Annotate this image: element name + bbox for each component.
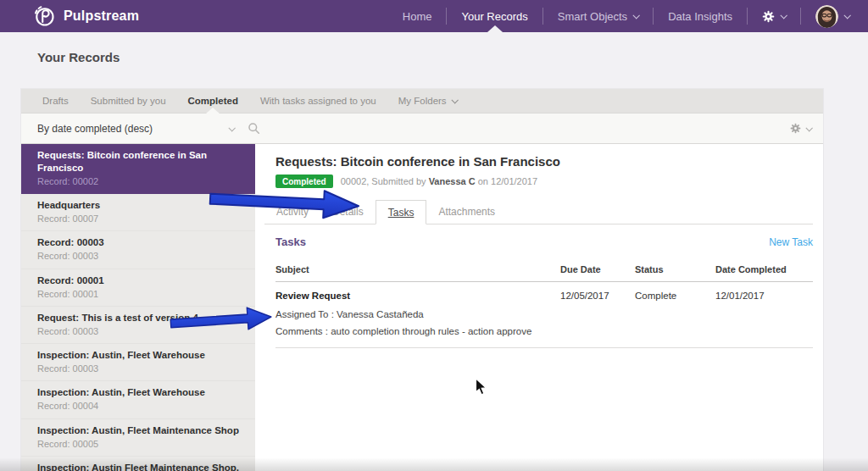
record-item-number: Record: 00003 (37, 250, 245, 262)
pulpstream-logo-icon (32, 4, 56, 28)
main-nav: HomeYour RecordsSmart ObjectsData Insigh… (388, 0, 868, 32)
nav-item-label: Your Records (461, 10, 527, 23)
record-item-title: Headquarters (37, 199, 245, 212)
list-item[interactable]: Inspection: Austin, Fleet Maintenance Sh… (21, 419, 255, 457)
tab-drafts[interactable]: Drafts (31, 89, 80, 113)
sort-dropdown[interactable]: By date completed (desc) (37, 123, 234, 135)
settings-menu[interactable] (748, 0, 800, 32)
submitter-name: Vanessa C (429, 176, 476, 186)
list-item[interactable]: Inspection: Austin, Fleet WarehouseRecor… (21, 344, 255, 381)
chevron-down-icon (780, 12, 787, 19)
search-icon[interactable] (248, 122, 260, 135)
record-item-title: Requests: Bitcoin conference in San Fran… (37, 149, 245, 175)
record-item-title: Inspection: Austin, Fleet Maintenance Sh… (37, 424, 245, 437)
list-item[interactable]: Record: 00001Record: 00001 (21, 269, 255, 307)
record-item-number: Record: 00007 (37, 213, 245, 224)
nav-item-data-insights[interactable]: Data Insights (654, 0, 747, 32)
task-subject: Review Request (275, 291, 560, 301)
tab-label: My Folders (398, 96, 447, 106)
nav-item-your-records[interactable]: Your Records (447, 0, 542, 32)
nav-item-label: Home (403, 10, 432, 23)
record-item-title: Inspection: Austin, Fleet Warehouse (37, 386, 245, 399)
column-date-completed: Date Completed (715, 264, 813, 274)
task-row[interactable]: Review Request12/05/2017Complete12/01/20… (275, 282, 813, 302)
nav-item-label: Smart Objects (558, 10, 627, 23)
column-status: Status (635, 264, 715, 274)
detail-tab-attachments[interactable]: Attachments (426, 200, 507, 224)
record-meta: 00002, Submitted by Vanessa C on 12/01/2… (341, 176, 537, 186)
gear-icon (762, 10, 775, 23)
tab-label: Submitted by you (91, 96, 166, 106)
task-date-completed: 12/01/2017 (715, 291, 813, 301)
tab-label: With tasks assigned to you (260, 96, 376, 106)
record-item-title: Record: 00003 (37, 236, 245, 249)
task-assigned-to: Assigned To : Vanessa Castañeda (275, 302, 813, 319)
status-badge: Completed (275, 175, 333, 188)
record-item-number: Record: 00003 (37, 363, 245, 374)
column-subject: Subject (275, 264, 560, 274)
chevron-down-icon (843, 12, 850, 19)
record-item-title: Request: This is a test of version 4. (37, 312, 245, 324)
tab-submitted-by-you[interactable]: Submitted by you (80, 89, 177, 113)
tab-label: Drafts (42, 96, 69, 106)
user-menu[interactable] (801, 0, 868, 32)
chevron-down-icon (633, 12, 640, 19)
list-toolbar: By date completed (desc) (21, 114, 823, 144)
tab-my-folders[interactable]: My Folders (387, 89, 468, 113)
record-item-title: Inspection: Austin Fleet Maintenance Sho… (37, 462, 245, 471)
nav-item-smart-objects[interactable]: Smart Objects (543, 0, 653, 32)
list-settings-button[interactable] (790, 123, 811, 134)
record-detail-tabs: ActivityDetailsTasksAttachments (264, 200, 813, 224)
new-task-link[interactable]: New Task (769, 236, 813, 248)
brand[interactable]: Pulpstream (32, 4, 139, 28)
record-item-title: Inspection: Austin, Fleet Warehouse (37, 349, 245, 362)
page-title: Your Records (37, 50, 868, 64)
detail-tab-activity[interactable]: Activity (264, 200, 320, 224)
tasks-table: Subject Due Date Status Date Completed R… (275, 259, 813, 348)
tab-completed[interactable]: Completed (177, 89, 249, 113)
chevron-down-icon (228, 125, 235, 131)
record-title: Requests: Bitcoin conference in San Fran… (275, 154, 813, 169)
sort-value: By date completed (desc) (37, 123, 153, 135)
tasks-section-title: Tasks (275, 236, 306, 248)
detail-tab-details[interactable]: Details (320, 200, 376, 224)
chevron-down-icon (451, 97, 458, 103)
record-item-number: Record: 00004 (37, 400, 245, 412)
record-item-number: Record: 00001 (37, 288, 245, 300)
tab-with-tasks-assigned-to-you[interactable]: With tasks assigned to you (249, 89, 387, 113)
chevron-down-icon (805, 125, 812, 131)
list-item[interactable]: Record: 00003Record: 00003 (21, 231, 255, 269)
detail-tab-tasks[interactable]: Tasks (376, 200, 427, 224)
column-due-date: Due Date (560, 264, 635, 274)
record-item-number: Record: 00002 (37, 175, 245, 187)
list-item[interactable]: Requests: Bitcoin conference in San Fran… (21, 144, 255, 194)
nav-item-home[interactable]: Home (388, 0, 447, 32)
records-panel: DraftsSubmitted by youCompletedWith task… (21, 89, 823, 471)
record-list: Requests: Bitcoin conference in San Fran… (21, 144, 255, 471)
user-avatar (815, 5, 838, 28)
record-item-number: Record: 00005 (37, 438, 245, 450)
task-comments: Comments : auto completion through rules… (275, 319, 813, 348)
list-item[interactable]: HeadquartersRecord: 00007 (21, 194, 255, 231)
records-filter-tabs: DraftsSubmitted by youCompletedWith task… (21, 89, 823, 114)
record-item-title: Record: 00001 (37, 274, 245, 287)
brand-name: Pulpstream (64, 8, 139, 24)
list-item[interactable]: Inspection: Austin, Fleet WarehouseRecor… (21, 381, 255, 418)
record-detail: Requests: Bitcoin conference in San Fran… (255, 144, 823, 471)
tab-label: Completed (188, 96, 238, 106)
list-item[interactable]: Request: This is a test of version 4.Rec… (21, 307, 255, 344)
list-item[interactable]: Inspection: Austin Fleet Maintenance Sho… (21, 457, 255, 471)
record-item-number: Record: 00003 (37, 325, 245, 337)
task-status: Complete (635, 291, 715, 301)
app-header: Pulpstream HomeYour RecordsSmart Objects… (0, 0, 868, 32)
nav-item-label: Data Insights (668, 10, 732, 23)
task-due-date: 12/05/2017 (560, 291, 635, 301)
tasks-table-header: Subject Due Date Status Date Completed (275, 259, 813, 282)
gear-icon (790, 123, 801, 134)
